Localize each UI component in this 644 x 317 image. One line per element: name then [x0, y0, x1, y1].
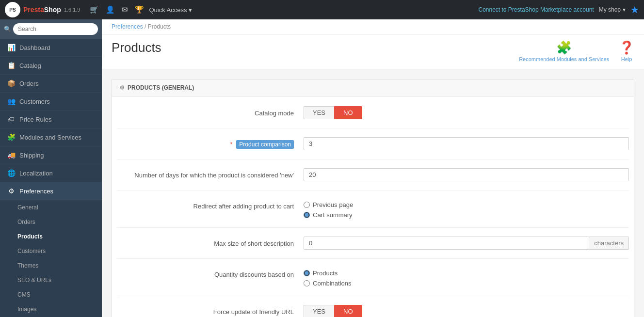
sidebar-item-shipping[interactable]: 🚚 Shipping	[0, 146, 102, 164]
redirect-radio-group: Previous page Cart summary	[304, 199, 629, 219]
sidebar-item-catalog[interactable]: 📋 Catalog	[0, 57, 102, 75]
products-general-panel: ⚙ PRODUCTS (GENERAL) Catalog mode YES NO	[112, 79, 634, 317]
panel-title: PRODUCTS (GENERAL)	[128, 84, 194, 91]
sidebar-item-label: Customers	[19, 98, 50, 105]
help-icon: ❓	[619, 40, 634, 55]
days-new-row: Number of days for which the product is …	[117, 168, 629, 190]
quantity-radio-group: Products Combinations	[304, 268, 629, 287]
catalog-mode-no-button[interactable]: NO	[334, 106, 362, 119]
customers-icon: 👥	[7, 97, 16, 105]
search-icon: 🔍	[4, 26, 11, 32]
cart-icon[interactable]: 🛒	[90, 5, 99, 14]
force-friendly-url-yes-button[interactable]: YES	[304, 305, 334, 317]
sidebar-item-orders[interactable]: 📦 Orders	[0, 75, 102, 93]
brand-logo: PS	[5, 2, 20, 17]
quick-access-button[interactable]: Quick Access ▾	[149, 6, 192, 14]
sidebar-subitem-themes[interactable]: Themes	[0, 258, 102, 273]
sidebar-subitem-images[interactable]: Images	[0, 302, 102, 317]
quantity-combinations-radio[interactable]	[304, 280, 310, 286]
breadcrumb-parent[interactable]: Preferences	[112, 23, 143, 30]
subitem-label: Products	[17, 233, 43, 240]
page-title: Products	[112, 40, 161, 55]
localization-icon: 🌐	[7, 169, 16, 177]
connect-marketplace-button[interactable]: Connect to PrestaShop Marketplace accoun…	[479, 6, 594, 13]
sidebar-item-label: Orders	[19, 80, 39, 87]
myshop-label: My shop	[599, 6, 621, 13]
search-input[interactable]	[13, 23, 98, 35]
sidebar-subitem-customers[interactable]: Customers	[0, 244, 102, 258]
help-button[interactable]: ❓ Help	[619, 40, 634, 62]
max-short-desc-input[interactable]	[304, 237, 589, 250]
sidebar-item-localization[interactable]: 🌐 Localization	[0, 164, 102, 182]
search-bar-container: 🔍	[0, 19, 102, 39]
sidebar-subitem-seo-urls[interactable]: SEO & URLs	[0, 273, 102, 287]
redirect-previous-radio[interactable]	[304, 202, 310, 208]
quantity-discounts-label: Quantity discounts based on	[117, 268, 301, 279]
sidebar-item-label: Dashboard	[19, 44, 50, 51]
user-icon[interactable]: 👤	[106, 5, 115, 14]
brand-version: 1.6.1.9	[64, 7, 80, 13]
product-comparison-row: * Product comparison	[117, 137, 629, 159]
subitem-label: General	[17, 204, 38, 211]
quantity-combinations-option[interactable]: Combinations	[304, 280, 629, 287]
sidebar-subitem-products[interactable]: Products	[0, 229, 102, 244]
product-comparison-label: * Product comparison	[117, 137, 301, 149]
max-short-desc-input-col: characters	[301, 237, 629, 250]
catalog-icon: 📋	[7, 62, 16, 69]
brand-logo-area: PS PrestaShop 1.6.1.9	[5, 2, 80, 17]
price-rules-icon: 🏷	[7, 115, 16, 123]
sidebar-subitem-general[interactable]: General	[0, 200, 102, 215]
force-friendly-url-toggle: YES NO	[304, 305, 629, 317]
main-layout: 🔍 📊 Dashboard 📋 Catalog 📦 Orders 👥 Custo…	[0, 19, 644, 317]
quantity-products-radio[interactable]	[304, 270, 310, 276]
redirect-previous-option[interactable]: Previous page	[304, 201, 629, 208]
redirect-cart-option[interactable]: Cart summary	[304, 211, 629, 219]
star-icon[interactable]: ★	[630, 4, 639, 16]
sidebar-item-label: Modules and Services	[19, 134, 81, 141]
sidebar-subitem-cms[interactable]: CMS	[0, 287, 102, 302]
page-content: ⚙ PRODUCTS (GENERAL) Catalog mode YES NO	[102, 69, 644, 317]
catalog-mode-yes-button[interactable]: YES	[304, 106, 334, 119]
trophy-icon[interactable]: 🏆	[135, 5, 144, 14]
top-navigation: PS PrestaShop 1.6.1.9 🛒 👤 ✉ 🏆 Quick Acce…	[0, 0, 644, 19]
subitem-label: Orders	[17, 219, 35, 225]
sidebar-item-price-rules[interactable]: 🏷 Price Rules	[0, 111, 102, 128]
quantity-discounts-row: Quantity discounts based on Products Com…	[117, 268, 629, 296]
quantity-products-option[interactable]: Products	[304, 269, 629, 277]
sidebar-subitem-orders[interactable]: Orders	[0, 215, 102, 229]
product-comparison-input-col	[301, 137, 629, 150]
subitem-label: Themes	[17, 262, 38, 269]
mail-icon[interactable]: ✉	[122, 5, 128, 14]
sidebar-item-preferences[interactable]: ⚙ Preferences	[0, 182, 102, 200]
product-comparison-input[interactable]	[304, 137, 629, 150]
panel-heading: ⚙ PRODUCTS (GENERAL)	[112, 79, 634, 96]
catalog-mode-row: Catalog mode YES NO	[117, 106, 629, 128]
sidebar-item-modules[interactable]: 🧩 Modules and Services	[0, 128, 102, 146]
top-nav-icons: 🛒 👤 ✉ 🏆	[90, 5, 144, 14]
quantity-products-label: Products	[313, 269, 338, 277]
sidebar-item-label: Localization	[19, 170, 53, 177]
redirect-cart-radio[interactable]	[304, 212, 310, 218]
brand-name: PrestaShop	[23, 6, 61, 14]
sidebar-item-dashboard[interactable]: 📊 Dashboard	[0, 39, 102, 57]
catalog-mode-input-col: YES NO	[301, 106, 629, 119]
quantity-combinations-label: Combinations	[313, 280, 352, 287]
gear-icon: ⚙	[119, 84, 125, 91]
force-friendly-url-no-button[interactable]: NO	[334, 305, 362, 317]
subitem-label: Customers	[17, 248, 46, 254]
redirect-after-cart-label: Redirect after adding product to cart	[117, 199, 301, 211]
myshop-dropdown-icon: ▾	[623, 6, 626, 13]
modules-icon: 🧩	[7, 133, 16, 141]
orders-icon: 📦	[7, 79, 16, 87]
sidebar-item-customers[interactable]: 👥 Customers	[0, 93, 102, 111]
redirect-previous-label: Previous page	[313, 201, 353, 208]
my-shop-button[interactable]: My shop ▾	[599, 6, 626, 13]
days-new-input[interactable]	[304, 168, 629, 181]
main-content: Preferences / Products Products 🧩 Recomm…	[102, 19, 644, 317]
force-friendly-url-input-col: YES NO	[301, 305, 629, 317]
recommended-modules-button[interactable]: 🧩 Recommended Modules and Services	[519, 40, 609, 62]
breadcrumb-current: Products	[148, 23, 171, 30]
max-short-desc-input-group: characters	[304, 237, 629, 250]
quantity-discounts-input-col: Products Combinations	[301, 268, 629, 287]
sidebar-item-label: Price Rules	[19, 116, 51, 123]
